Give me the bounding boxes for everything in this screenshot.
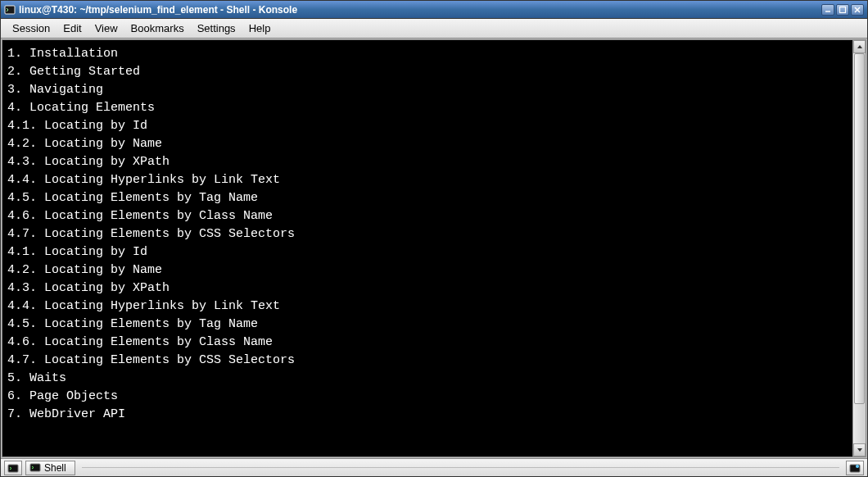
svg-rect-2 [840, 7, 846, 12]
app-icon [4, 4, 16, 16]
close-button[interactable] [851, 4, 864, 16]
svg-rect-0 [5, 6, 15, 14]
konsole-window: linux@T430: ~/tmp/selenium_find_element … [0, 0, 868, 477]
statusbar: Shell [1, 458, 867, 476]
minimize-button[interactable] [821, 4, 834, 16]
menubar[interactable]: Session Edit View Bookmarks Settings Hel… [1, 19, 867, 39]
menu-session[interactable]: Session [6, 20, 57, 36]
tab-label: Shell [44, 462, 66, 474]
scrollbar[interactable] [852, 40, 866, 457]
terminal-area: 1. Installation 2. Getting Started 3. Na… [2, 39, 866, 457]
menu-view[interactable]: View [88, 20, 124, 36]
window-buttons [821, 4, 864, 16]
menu-settings[interactable]: Settings [191, 20, 242, 36]
window-title: linux@T430: ~/tmp/selenium_find_element … [19, 4, 297, 16]
menu-edit[interactable]: Edit [57, 20, 88, 36]
scroll-track[interactable] [853, 53, 866, 443]
scroll-thumb[interactable] [854, 53, 865, 404]
menu-help[interactable]: Help [242, 20, 278, 36]
titlebar[interactable]: linux@T430: ~/tmp/selenium_find_element … [1, 1, 867, 19]
new-session-button[interactable] [4, 461, 22, 475]
tab-shell[interactable]: Shell [25, 461, 75, 475]
maximize-button[interactable] [836, 4, 849, 16]
terminal[interactable]: 1. Installation 2. Getting Started 3. Na… [2, 40, 852, 457]
scroll-down-button[interactable] [853, 443, 866, 457]
svg-rect-6 [30, 464, 40, 471]
shell-icon [29, 462, 41, 474]
menu-bookmarks[interactable]: Bookmarks [124, 20, 191, 36]
scroll-up-button[interactable] [853, 40, 866, 53]
activity-button[interactable] [846, 461, 864, 475]
svg-rect-5 [8, 465, 18, 472]
svg-point-8 [856, 465, 859, 468]
